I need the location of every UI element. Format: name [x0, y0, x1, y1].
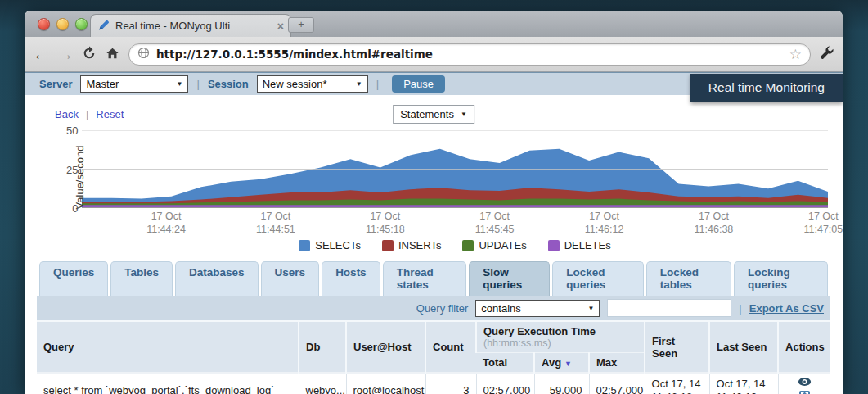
cell-avg: 59.000 [534, 373, 589, 394]
chart-legend: SELECTsINSERTsUPDATEsDELETEs [82, 239, 828, 251]
refresh-icon[interactable] [82, 46, 97, 63]
close-tab-icon[interactable]: × [277, 20, 284, 33]
tab-locked-queries[interactable]: Locked queries [552, 261, 643, 296]
tab-queries[interactable]: Queries [39, 261, 108, 296]
cell-count: 3 [425, 373, 476, 394]
browser-tab-bar: Real time - MONyog Ulti × + [25, 11, 843, 37]
pause-button[interactable]: Pause [392, 75, 445, 93]
y-tick: 25 [53, 164, 78, 176]
slow-queries-table: Query Db User@Host Count Query Execution… [37, 320, 830, 394]
tab-thread-states[interactable]: Thread states [383, 261, 467, 296]
col-header-max[interactable]: Max [589, 353, 645, 374]
bookmark-star-icon[interactable]: ☆ [789, 46, 802, 63]
x-axis-labels: 17 Oct11:44:2417 Oct11:44:5117 Oct11:45:… [82, 211, 828, 238]
server-select[interactable]: Master▼ [80, 75, 188, 93]
col-header-first-seen[interactable]: First Seen [645, 321, 709, 373]
forward-icon[interactable]: → [57, 46, 74, 62]
globe-icon [137, 47, 150, 62]
statements-select[interactable]: Statements▼ [393, 105, 474, 124]
realtime-area-chart: Value/second 50 25 0 17 Oct11:44:2417 Oc… [82, 130, 828, 251]
legend-swatch-icon [382, 240, 394, 251]
monyog-app: Real time Monitoring Server Master▼ | Se… [25, 72, 843, 394]
x-tick-label: 17 Oct11:46:12 [585, 211, 624, 236]
y-tick: 50 [53, 125, 78, 137]
page-title-badge: Real time Monitoring [690, 74, 843, 102]
legend-item-inserts: INSERTs [382, 239, 442, 251]
chevron-down-icon: ▼ [587, 305, 594, 312]
col-header-db[interactable]: Db [299, 321, 346, 373]
col-header-total[interactable]: Total [476, 353, 534, 374]
area-chart-svg [82, 130, 828, 208]
table-row: select * from `webyog_portal`.`fts_downl… [37, 373, 830, 394]
col-header-user-host[interactable]: User@Host [346, 321, 425, 373]
chevron-down-icon: ▼ [177, 80, 183, 88]
cell-actions [778, 373, 830, 394]
col-header-count[interactable]: Count [425, 321, 476, 373]
wrench-menu-icon[interactable] [819, 45, 834, 64]
legend-swatch-icon [299, 240, 310, 251]
window-controls [38, 18, 88, 30]
legend-swatch-icon [462, 240, 474, 251]
query-filter-input[interactable] [607, 299, 731, 317]
back-icon[interactable]: ← [33, 46, 49, 62]
detail-tabs: QueriesTablesDatabasesUsersHostsThread s… [39, 261, 828, 296]
col-header-query[interactable]: Query [37, 321, 299, 373]
session-select[interactable]: New session*▼ [257, 75, 368, 93]
col-header-last-seen[interactable]: Last Seen [709, 321, 778, 373]
col-header-actions: Actions [778, 321, 830, 373]
chevron-down-icon: ▼ [356, 80, 362, 88]
tab-tables[interactable]: Tables [110, 261, 173, 296]
cell-last-seen: Oct 17, 14 11:46:19 [709, 373, 778, 394]
x-tick-label: 17 Oct11:44:24 [146, 211, 186, 236]
minimize-window-button[interactable] [56, 18, 69, 30]
x-tick-label: 17 Oct11:44:51 [256, 211, 295, 236]
filter-operator-select[interactable]: contains▼ [475, 300, 600, 317]
cell-first-seen: Oct 17, 14 11:46:18 [645, 373, 709, 394]
sort-desc-icon[interactable]: ▼ [564, 360, 572, 368]
tab-databases[interactable]: Databases [175, 261, 259, 296]
x-tick-label: 17 Oct11:45:45 [475, 211, 515, 236]
y-tick: 0 [53, 202, 78, 215]
cell-query: select * from `webyog_portal`.`fts_downl… [37, 373, 299, 394]
tab-locked-tables[interactable]: Locked tables [646, 261, 731, 296]
legend-item-updates: UPDATEs [462, 239, 526, 251]
new-tab-button[interactable]: + [288, 17, 314, 33]
col-group-query-execution-time: Query Execution Time (hh:mm:ss.ms) [476, 321, 645, 353]
col-header-avg[interactable]: Avg▼ [534, 353, 589, 374]
home-icon[interactable] [105, 46, 120, 63]
x-tick-label: 17 Oct11:46:38 [695, 211, 734, 236]
cell-total: 02:57.000 [476, 373, 534, 394]
url-bar[interactable]: http://127.0.0.1:5555/mindex.html#realti… [128, 43, 811, 66]
tab-slow-queries[interactable]: Slow queries [469, 261, 550, 296]
zoom-window-button[interactable] [75, 18, 88, 30]
browser-window: Real time - MONyog Ulti × + ← → http://1… [25, 11, 843, 394]
query-filter-label: Query filter [416, 302, 469, 315]
legend-swatch-icon [548, 240, 560, 251]
cell-db: webyo... [299, 373, 346, 394]
x-tick-label: 17 Oct11:45:18 [366, 211, 405, 236]
expand-icon[interactable] [799, 391, 810, 394]
reset-link[interactable]: Reset [96, 108, 124, 120]
export-csv-link[interactable]: Export As CSV [749, 302, 824, 315]
tab-hosts[interactable]: Hosts [322, 261, 380, 296]
browser-tab[interactable]: Real time - MONyog Ulti × [90, 14, 291, 37]
cell-user-host: root@localhost [346, 373, 425, 394]
tab-users[interactable]: Users [261, 261, 320, 296]
legend-item-deletes: DELETEs [548, 239, 611, 251]
chevron-down-icon: ▼ [461, 111, 467, 118]
legend-item-selects: SELECTs [299, 239, 361, 251]
chart-controls-row: Back | Reset Statements▼ [25, 103, 843, 125]
close-window-button[interactable] [38, 18, 50, 30]
monyog-favicon-pen-icon [97, 19, 110, 33]
server-label: Server [39, 78, 72, 90]
cell-max: 02:57.000 [589, 373, 645, 394]
x-tick-label: 17 Oct11:47:05 [803, 211, 843, 236]
back-link[interactable]: Back [55, 108, 79, 120]
query-filter-row: Query filter contains▼ | Export As CSV [37, 296, 830, 320]
browser-navbar: ← → http://127.0.0.1:5555/mindex.html#re… [25, 37, 843, 72]
tab-title: Real time - MONyog Ulti [115, 20, 272, 32]
url-text[interactable]: http://127.0.0.1:5555/mindex.html#realti… [156, 48, 783, 61]
tab-locking-queries[interactable]: Locking queries [734, 261, 828, 296]
session-label: Session [208, 78, 249, 90]
view-icon[interactable] [798, 377, 812, 390]
